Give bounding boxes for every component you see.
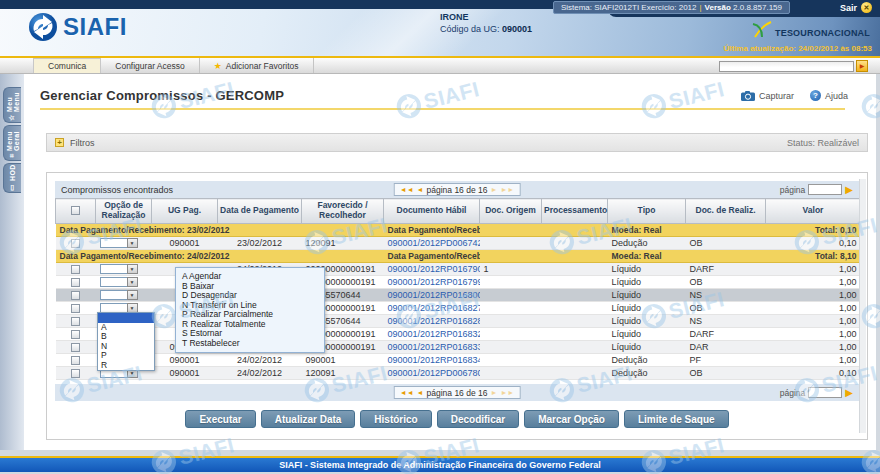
chevron-down-icon: ▼ <box>127 290 138 300</box>
row-checkbox[interactable] <box>71 239 80 248</box>
value-cell: 0,10 <box>766 367 861 380</box>
logout-button[interactable]: Sair ✕ <box>840 2 872 13</box>
prev-page-icon[interactable]: ◄ <box>417 183 424 196</box>
realization-option-dropdown[interactable]: ▼ <box>100 277 138 287</box>
document-link[interactable]: 090001/2012RP016790 <box>388 264 480 274</box>
origin-cell <box>480 302 542 315</box>
document-link[interactable]: 090001/2012RP016799 <box>388 277 480 287</box>
quick-search-input[interactable] <box>719 61 854 72</box>
realization-option-dropdown[interactable]: ▼ <box>100 290 138 300</box>
sidebar-item-meu-menu[interactable]: ☆Meu Menu <box>3 87 21 123</box>
table-row: ▼09000124/02/2012090001090001/2012RP0168… <box>56 354 861 367</box>
last-page-icon[interactable]: ►► <box>500 183 514 196</box>
page-jump-input[interactable] <box>808 387 842 398</box>
next-page-icon[interactable]: ► <box>490 386 497 399</box>
page-jump-go-icon[interactable]: ▶ <box>845 387 853 398</box>
row-checkbox[interactable] <box>71 343 80 352</box>
col-documento-habil: Documento Hábil <box>384 199 480 224</box>
row-select-cell <box>56 263 96 276</box>
row-select-cell <box>56 328 96 341</box>
row-checkbox[interactable] <box>71 330 80 339</box>
payment-date-cell: 23/02/2012 <box>218 237 302 250</box>
logout-icon: ✕ <box>861 2 872 13</box>
group-date-label: Data Pagamento/Recebimento: 24/02/2012 <box>56 250 384 263</box>
value-cell: 1,00 <box>766 328 861 341</box>
sidebar-item-hod[interactable]: ▭HOD <box>3 163 21 193</box>
dropdown-value <box>100 264 127 274</box>
value-cell: 1,00 <box>766 341 861 354</box>
expand-filters-icon[interactable]: + <box>55 138 64 147</box>
realization-option-dropdown[interactable]: ▼ <box>100 238 138 248</box>
document-link[interactable]: 090001/2012RP016800 <box>388 290 480 300</box>
document-link[interactable]: 090001/2012PD006780 <box>388 368 480 378</box>
document-cell: 090001/2012RP016833 <box>384 341 480 354</box>
value-cell: 0,10 <box>766 237 861 250</box>
results-heading: Compromissos encontrados <box>61 185 173 195</box>
first-page-icon[interactable]: ◄◄ <box>400 386 414 399</box>
decodificar-button[interactable]: Decodificar <box>437 410 519 428</box>
capture-label: Capturar <box>759 91 794 101</box>
row-checkbox[interactable] <box>71 356 80 365</box>
origin-cell <box>480 367 542 380</box>
col-data-de-pagamento: Data de Pagamento <box>218 199 302 224</box>
vertical-scrollbar[interactable] <box>859 179 866 433</box>
capture-button[interactable]: Capturar <box>741 91 794 101</box>
system-info: Sistema: SIAFI2012TI Exercício: 2012 <box>561 3 697 12</box>
payment-date-cell: 24/02/2012 <box>218 367 302 380</box>
sidebar-item-menu-geral[interactable]: ⌗Menu Geral <box>3 125 21 161</box>
atualizar-data-button[interactable]: Atualizar Data <box>261 410 356 428</box>
row-checkbox[interactable] <box>71 304 80 313</box>
select-all-checkbox[interactable] <box>71 206 80 215</box>
processing-cell <box>542 315 608 328</box>
historico-button[interactable]: Histórico <box>360 410 431 428</box>
document-link[interactable]: 090001/2012RP016832 <box>388 329 480 339</box>
document-cell: 090001/2012PD006780 <box>384 367 480 380</box>
pagination-text: página 16 de 16 <box>427 185 488 195</box>
help-button[interactable]: ? Ajuda <box>810 90 848 101</box>
row-checkbox[interactable] <box>71 278 80 287</box>
col-doc-origem: Doc. Origem <box>480 199 542 224</box>
system-version-box: Sistema: SIAFI2012TI Exercício: 2012|Ver… <box>553 1 790 14</box>
table-header-row: Opção de RealizaçãoUG Pag.Data de Pagame… <box>56 199 861 224</box>
document-link[interactable]: 090001/2012PD006742 <box>388 238 480 248</box>
document-link[interactable]: 090001/2012RP016828 <box>388 316 480 326</box>
processing-cell <box>542 354 608 367</box>
row-checkbox[interactable] <box>71 369 80 378</box>
tab-comunica[interactable]: Comunica <box>33 58 101 73</box>
document-link[interactable]: 090001/2012RP016834 <box>388 355 480 365</box>
first-page-icon[interactable]: ◄◄ <box>400 183 414 196</box>
executar-button[interactable]: Executar <box>185 410 255 428</box>
row-checkbox[interactable] <box>71 317 80 326</box>
page-jump-input[interactable] <box>808 184 842 195</box>
ug-label: Código da UG: <box>440 24 500 34</box>
filters-bar[interactable]: + Filtros Status: Realizável <box>46 133 868 152</box>
processing-cell <box>542 263 608 276</box>
footer-bar: SIAFI - Sistema Integrado de Administraç… <box>0 458 880 472</box>
origin-cell <box>480 276 542 289</box>
page-jump-go-icon[interactable]: ▶ <box>845 184 853 195</box>
tab-adicionar-favoritos[interactable]: ★Adicionar Favoritos <box>200 58 314 73</box>
document-link[interactable]: 090001/2012RP016833 <box>388 342 480 352</box>
page-jump-top: página ▶ <box>780 184 853 195</box>
quick-search-go-icon[interactable]: ▶ <box>856 60 868 72</box>
realization-option-dropdown[interactable]: ▼ <box>100 264 138 274</box>
row-select-cell <box>56 276 96 289</box>
tab-configurar-acesso[interactable]: Configurar Acesso <box>101 58 199 73</box>
realization-doc-cell: OB <box>686 367 766 380</box>
document-link[interactable]: 090001/2012RP016827 <box>388 303 480 313</box>
open-dropdown-list: ABNPR <box>97 312 155 371</box>
page-jump-label: página <box>780 185 806 195</box>
last-page-icon[interactable]: ►► <box>500 386 514 399</box>
next-page-icon[interactable]: ► <box>490 183 497 196</box>
dropdown-value <box>100 290 127 300</box>
group-center-label: Data Pagamento/Recebimento <box>384 250 480 263</box>
row-checkbox[interactable] <box>71 265 80 274</box>
row-option-cell: ▼ <box>96 276 152 289</box>
row-checkbox[interactable] <box>71 291 80 300</box>
table-header: Opção de RealizaçãoUG Pag.Data de Pagame… <box>56 199 861 224</box>
limite-de-saque-button[interactable]: Limite de Saque <box>624 410 729 428</box>
dropdown-option-R[interactable]: R <box>98 361 154 371</box>
prev-page-icon[interactable]: ◄ <box>417 386 424 399</box>
marcar-opcao-button[interactable]: Marcar Opção <box>524 410 619 428</box>
type-cell: Dedução <box>608 237 686 250</box>
